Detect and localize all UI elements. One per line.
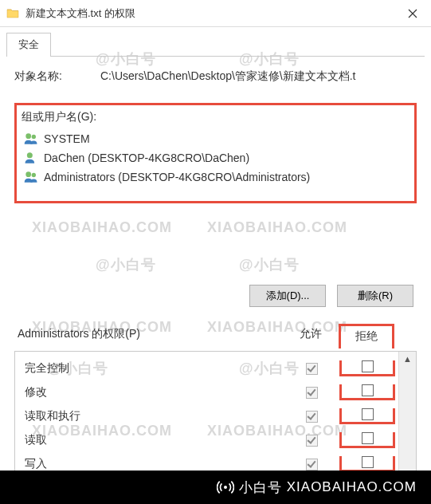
tab-bar: 安全 <box>0 27 431 56</box>
remove-button[interactable]: 删除(R) <box>337 285 413 307</box>
checkbox-deny[interactable] <box>362 432 374 444</box>
list-item-label: SYSTEM <box>44 132 90 145</box>
checkbox-deny[interactable] <box>362 384 374 396</box>
group-users-list[interactable]: SYSTEM DaChen (DESKTOP-4KG8CRO\DaChen) A… <box>17 128 414 199</box>
perm-label: 修改 <box>25 385 284 400</box>
permissions-header: Administrators 的权限(P) 允许 拒绝 <box>14 321 417 351</box>
svg-point-1 <box>32 135 36 139</box>
folder-icon <box>6 7 19 20</box>
svg-point-4 <box>32 173 36 177</box>
title-bar: 新建文本文档.txt 的权限 <box>0 0 431 27</box>
perm-label: 完全控制 <box>25 361 284 376</box>
list-empty-area <box>14 205 417 277</box>
broadcast-icon <box>217 478 234 496</box>
list-item[interactable]: Administrators (DESKTOP-4KG8CRO\Administ… <box>22 167 409 187</box>
permissions-deny-label: 拒绝 <box>339 324 394 348</box>
perm-label: 写入 <box>25 457 284 471</box>
footer-brand: 小白号 <box>239 478 282 497</box>
group-list-highlight: 组或用户名(G): SYSTEM DaChen (DESKTOP-4KG8CRO… <box>14 103 417 203</box>
scroll-up-icon[interactable]: ▲ <box>403 355 412 364</box>
footer-banner: 小白号 XIAOBAIHAO.COM <box>0 471 431 504</box>
list-item-label: Administrators (DESKTOP-4KG8CRO\Administ… <box>44 171 310 183</box>
permissions-grid: 完全控制 修改 读取和执行 读取 <box>14 351 417 482</box>
checkbox-deny[interactable] <box>362 408 374 420</box>
perm-row: 读取 <box>25 428 395 452</box>
svg-point-5 <box>224 486 227 489</box>
object-name-row: 对象名称: C:\Users\DaChen\Desktop\管家速修\新建文本文… <box>14 69 417 84</box>
perm-label: 读取 <box>25 433 284 447</box>
group-list-label: 组或用户名(G): <box>17 107 414 124</box>
checkbox-allow[interactable] <box>306 411 318 423</box>
perm-row: 修改 <box>25 380 395 404</box>
svg-point-2 <box>27 152 33 158</box>
perm-label: 读取和执行 <box>25 409 284 423</box>
footer-url: XIAOBAIHAO.COM <box>287 479 417 495</box>
tab-security[interactable]: 安全 <box>6 33 51 57</box>
svg-point-0 <box>25 133 31 139</box>
object-name-label: 对象名称: <box>14 69 100 84</box>
group-buttons-row: 添加(D)... 删除(R) <box>14 277 417 321</box>
close-button[interactable] <box>394 0 431 27</box>
window-title: 新建文本文档.txt 的权限 <box>25 6 135 21</box>
user-icon <box>23 151 39 165</box>
checkbox-allow[interactable] <box>306 387 318 399</box>
checkbox-deny[interactable] <box>362 456 374 468</box>
checkbox-allow[interactable] <box>306 435 318 447</box>
permissions-allow-label: 允许 <box>283 327 339 341</box>
list-item[interactable]: SYSTEM <box>22 129 409 148</box>
group-icon <box>23 170 39 184</box>
perm-row: 完全控制 <box>25 356 395 380</box>
list-item[interactable]: DaChen (DESKTOP-4KG8CRO\DaChen) <box>22 148 409 167</box>
checkbox-deny[interactable] <box>362 360 374 372</box>
object-name-path: C:\Users\DaChen\Desktop\管家速修\新建文本文档.t <box>100 69 417 84</box>
permissions-scrollbar[interactable]: ▲ ▼ <box>398 352 416 481</box>
permissions-dialog: 新建文本文档.txt 的权限 安全 对象名称: C:\Users\DaChen\… <box>0 0 431 482</box>
permissions-header-label: Administrators 的权限(P) <box>18 327 283 341</box>
checkbox-allow[interactable] <box>306 363 318 375</box>
add-button[interactable]: 添加(D)... <box>249 285 326 307</box>
perm-row: 读取和执行 <box>25 404 395 428</box>
list-item-label: DaChen (DESKTOP-4KG8CRO\DaChen) <box>44 152 249 164</box>
checkbox-allow[interactable] <box>306 459 318 471</box>
close-icon <box>408 9 417 18</box>
group-icon <box>23 132 39 146</box>
tab-security-label: 安全 <box>18 38 39 50</box>
svg-point-3 <box>25 171 31 177</box>
